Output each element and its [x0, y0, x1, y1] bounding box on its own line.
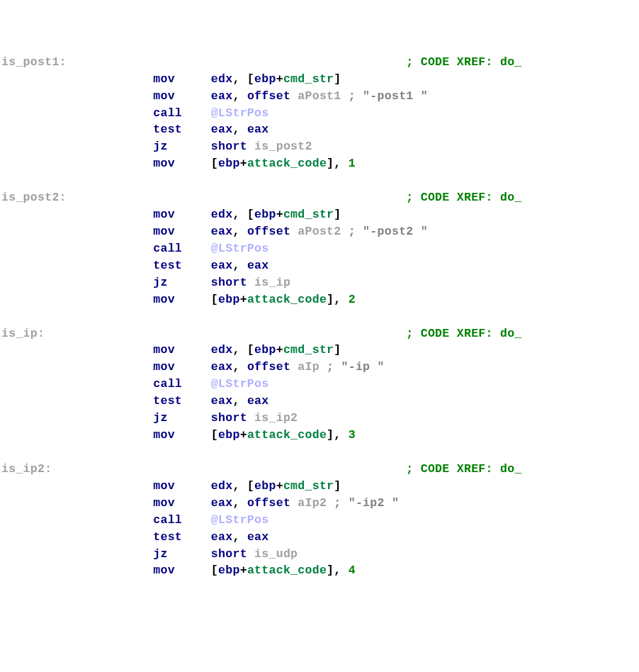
keyword-offset: offset [247, 360, 298, 374]
comment: ; "-post2 " [341, 225, 428, 238]
symbol: aIp [298, 360, 320, 374]
instr-line: test eax, eax [1, 393, 638, 410]
comment: ; "-ip " [320, 360, 385, 374]
mnemonic: mov [153, 496, 211, 510]
reg: eax [211, 360, 233, 374]
instr-line: call @LStrPos [1, 376, 638, 393]
mnemonic: mov [153, 72, 211, 86]
reg: eax [247, 394, 269, 408]
reg: eax [211, 123, 233, 136]
instr-line: jz short is_udp [1, 546, 638, 563]
reg: eax [211, 89, 233, 103]
instr-line: call @LStrPos [1, 240, 638, 257]
xref-target: do_ [500, 191, 522, 204]
reg: ebp [254, 72, 276, 86]
mnemonic: test [153, 530, 211, 544]
mnemonic: mov [153, 89, 211, 103]
variable: attack_code [247, 428, 327, 442]
reg: edx [211, 208, 233, 221]
variable: attack_code [247, 564, 327, 577]
label-line: is_ip2: ; CODE XREF: do_ [1, 461, 638, 478]
called-function: @LStrPos [211, 106, 269, 120]
mnemonic: mov [153, 208, 211, 221]
reg: ebp [218, 428, 240, 442]
xref-target: do_ [500, 327, 522, 340]
reg: edx [211, 72, 233, 86]
instr-line: jz short is_post2 [1, 138, 638, 155]
immediate: 4 [349, 564, 356, 577]
instr-line: test eax, eax [1, 121, 638, 138]
instr-line: mov eax, offset aIp ; "-ip " [1, 359, 638, 376]
label-line: is_ip: ; CODE XREF: do_ [1, 325, 638, 342]
mnemonic: call [153, 106, 211, 120]
mnemonic: test [153, 394, 211, 408]
immediate: 1 [349, 157, 356, 170]
blank-line [1, 308, 638, 325]
reg: ebp [254, 343, 276, 357]
mnemonic: mov [153, 564, 211, 577]
branch-target: is_post2 [254, 140, 312, 153]
instr-line: mov [ebp+attack_code], 1 [1, 155, 638, 172]
xref-label: ; CODE XREF: [406, 191, 500, 204]
reg: eax [211, 225, 233, 238]
instr-line: jz short is_ip2 [1, 410, 638, 427]
variable: cmd_str [283, 72, 334, 86]
mnemonic: mov [153, 428, 211, 442]
comment: ; "-ip2 " [327, 496, 399, 510]
xref-label: ; CODE XREF: [406, 327, 500, 340]
mnemonic: test [153, 123, 211, 136]
code-label: is_post1: [1, 55, 67, 69]
mnemonic: call [153, 377, 211, 391]
called-function: @LStrPos [211, 242, 269, 255]
mnemonic: mov [153, 343, 211, 357]
reg: edx [211, 479, 233, 493]
code-label: is_ip: [1, 327, 45, 340]
mnemonic: mov [153, 225, 211, 238]
xref-target: do_ [500, 55, 522, 69]
mnemonic: test [153, 259, 211, 272]
instr-line: call @LStrPos [1, 512, 638, 529]
comment: ; "-post1 " [341, 89, 428, 103]
symbol: aPost2 [298, 225, 341, 238]
reg: eax [211, 496, 233, 510]
reg: eax [247, 530, 269, 544]
instr-line: mov [ebp+attack_code], 2 [1, 291, 638, 308]
instr-line: mov eax, offset aIp2 ; "-ip2 " [1, 495, 638, 512]
instr-line: test eax, eax [1, 257, 638, 274]
reg: ebp [218, 293, 240, 306]
instr-line: mov edx, [ebp+cmd_str] [1, 71, 638, 88]
instr-line: mov eax, offset aPost2 ; "-post2 " [1, 223, 638, 240]
instr-line: call @LStrPos [1, 105, 638, 122]
disassembly-listing: is_post1: ; CODE XREF: do_ mov edx, [ebp… [1, 54, 638, 580]
immediate: 3 [349, 428, 356, 442]
mnemonic: call [153, 242, 211, 255]
reg: ebp [218, 564, 240, 577]
keyword-offset: offset [247, 225, 298, 238]
mnemonic: mov [153, 157, 211, 170]
instr-line: jz short is_ip [1, 274, 638, 291]
instr-line: mov [ebp+attack_code], 4 [1, 562, 638, 579]
instr-line: mov [ebp+attack_code], 3 [1, 427, 638, 444]
reg: eax [247, 123, 269, 136]
symbol: aPost1 [298, 89, 341, 103]
reg: ebp [254, 208, 276, 221]
mnemonic: jz [153, 547, 211, 561]
xref-label: ; CODE XREF: [406, 55, 500, 69]
reg: eax [211, 394, 233, 408]
blank-line [1, 444, 638, 461]
called-function: @LStrPos [211, 513, 269, 527]
xref-label: ; CODE XREF: [406, 462, 500, 476]
code-label: is_post2: [1, 191, 67, 204]
branch-target: is_udp [254, 547, 298, 561]
mnemonic: mov [153, 293, 211, 306]
variable: cmd_str [283, 208, 334, 221]
branch-target: is_ip [254, 276, 290, 289]
variable: cmd_str [283, 479, 334, 493]
xref-target: do_ [500, 462, 522, 476]
reg: ebp [218, 157, 240, 170]
mnemonic: jz [153, 276, 211, 289]
mnemonic: mov [153, 360, 211, 374]
keyword-offset: offset [247, 89, 298, 103]
symbol: aIp2 [298, 496, 327, 510]
blank-line [1, 172, 638, 189]
